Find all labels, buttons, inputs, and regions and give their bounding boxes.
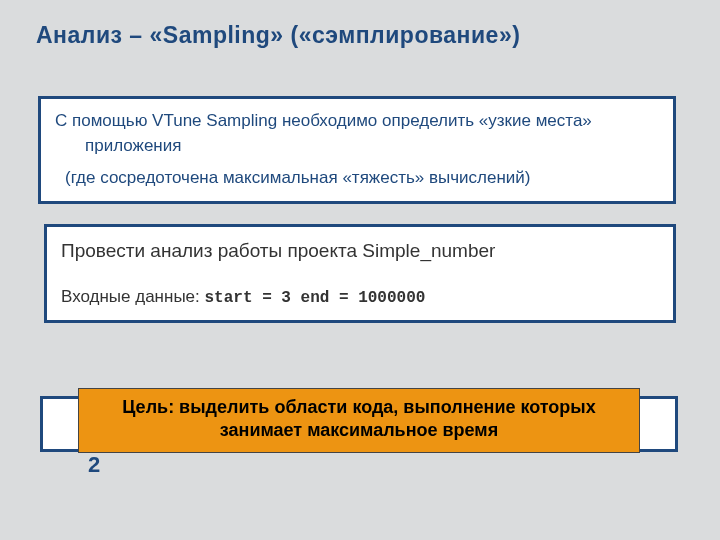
box2-line1: Провести анализ работы проекта Simple_nu…	[61, 237, 659, 265]
box2-line2: Входные данные: start = 3 end = 1000000	[61, 285, 659, 310]
box1-line1: С помощью VTune Sampling необходимо опре…	[55, 109, 659, 158]
box1-line2: (где сосредоточена максимальная «тяжесть…	[55, 166, 659, 191]
description-box-1: С помощью VTune Sampling необходимо опре…	[38, 96, 676, 204]
page-number: 2	[88, 452, 100, 478]
box2-input-label: Входные данные:	[61, 287, 205, 306]
goal-box: Цель: выделить области кода, выполнение …	[78, 388, 640, 453]
box2-input-code: start = 3 end = 1000000	[205, 289, 426, 307]
description-box-2: Провести анализ работы проекта Simple_nu…	[44, 224, 676, 323]
slide-title: Анализ – «Sampling» («сэмплирование»)	[36, 22, 700, 49]
